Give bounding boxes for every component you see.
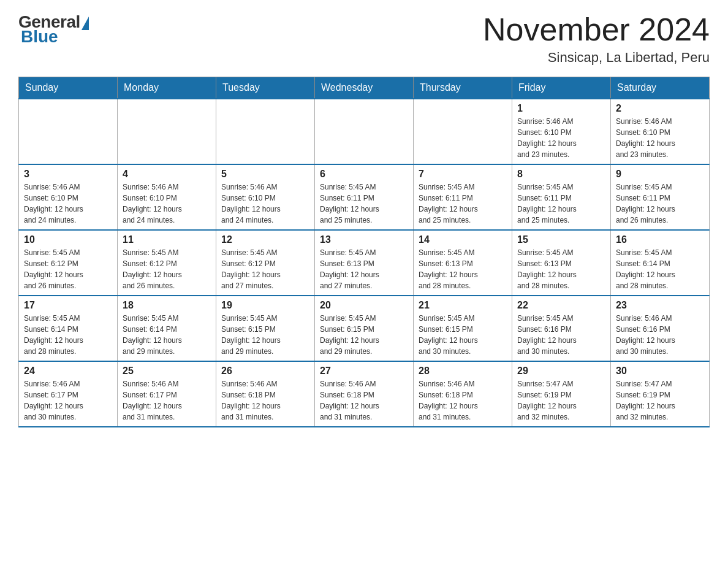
day-number: 21: [419, 300, 507, 311]
calendar-cell: [315, 99, 414, 164]
calendar-cell: 4Sunrise: 5:46 AM Sunset: 6:10 PM Daylig…: [118, 164, 216, 230]
day-number: 1: [517, 103, 605, 114]
calendar-cell: [216, 99, 315, 164]
calendar-cell: 20Sunrise: 5:45 AM Sunset: 6:15 PM Dayli…: [315, 296, 414, 361]
calendar-cell: 12Sunrise: 5:45 AM Sunset: 6:12 PM Dayli…: [216, 230, 315, 296]
day-info: Sunrise: 5:45 AM Sunset: 6:16 PM Dayligh…: [517, 313, 605, 357]
calendar-week-4: 17Sunrise: 5:45 AM Sunset: 6:14 PM Dayli…: [19, 296, 710, 361]
day-info: Sunrise: 5:46 AM Sunset: 6:10 PM Dayligh…: [616, 116, 704, 160]
day-number: 24: [24, 366, 112, 377]
calendar-cell: 1Sunrise: 5:46 AM Sunset: 6:10 PM Daylig…: [512, 99, 611, 164]
day-info: Sunrise: 5:45 AM Sunset: 6:11 PM Dayligh…: [320, 182, 408, 226]
day-info: Sunrise: 5:46 AM Sunset: 6:17 PM Dayligh…: [123, 378, 211, 423]
day-info: Sunrise: 5:47 AM Sunset: 6:19 PM Dayligh…: [616, 378, 704, 423]
logo-blue-text: Blue: [21, 27, 58, 47]
day-number: 20: [320, 300, 408, 311]
day-number: 23: [616, 300, 704, 311]
calendar-cell: 16Sunrise: 5:45 AM Sunset: 6:14 PM Dayli…: [611, 230, 710, 296]
calendar-cell: 5Sunrise: 5:46 AM Sunset: 6:10 PM Daylig…: [216, 164, 315, 230]
day-number: 18: [123, 300, 211, 311]
calendar-cell: [414, 99, 512, 164]
weekday-header-tuesday: Tuesday: [216, 77, 315, 99]
page-subtitle: Sinsicap, La Libertad, Peru: [483, 50, 710, 66]
day-info: Sunrise: 5:47 AM Sunset: 6:19 PM Dayligh…: [517, 378, 605, 423]
day-info: Sunrise: 5:46 AM Sunset: 6:10 PM Dayligh…: [24, 182, 112, 226]
calendar-cell: 21Sunrise: 5:45 AM Sunset: 6:15 PM Dayli…: [414, 296, 512, 361]
day-info: Sunrise: 5:46 AM Sunset: 6:10 PM Dayligh…: [221, 182, 309, 226]
day-info: Sunrise: 5:45 AM Sunset: 6:14 PM Dayligh…: [616, 247, 704, 291]
day-info: Sunrise: 5:45 AM Sunset: 6:11 PM Dayligh…: [419, 182, 507, 226]
weekday-header-friday: Friday: [512, 77, 611, 99]
calendar-cell: 24Sunrise: 5:46 AM Sunset: 6:17 PM Dayli…: [19, 361, 118, 427]
day-number: 15: [517, 234, 605, 245]
day-number: 10: [24, 234, 112, 245]
day-number: 12: [221, 234, 309, 245]
day-number: 25: [123, 366, 211, 377]
day-info: Sunrise: 5:45 AM Sunset: 6:12 PM Dayligh…: [24, 247, 112, 291]
calendar-cell: 19Sunrise: 5:45 AM Sunset: 6:15 PM Dayli…: [216, 296, 315, 361]
day-info: Sunrise: 5:45 AM Sunset: 6:15 PM Dayligh…: [320, 313, 408, 357]
calendar-week-1: 1Sunrise: 5:46 AM Sunset: 6:10 PM Daylig…: [19, 99, 710, 164]
calendar-cell: 22Sunrise: 5:45 AM Sunset: 6:16 PM Dayli…: [512, 296, 611, 361]
calendar-cell: 2Sunrise: 5:46 AM Sunset: 6:10 PM Daylig…: [611, 99, 710, 164]
logo: General Blue: [18, 12, 89, 47]
day-number: 13: [320, 234, 408, 245]
calendar-cell: 9Sunrise: 5:45 AM Sunset: 6:11 PM Daylig…: [611, 164, 710, 230]
day-number: 19: [221, 300, 309, 311]
calendar-week-5: 24Sunrise: 5:46 AM Sunset: 6:17 PM Dayli…: [19, 361, 710, 427]
calendar-cell: 18Sunrise: 5:45 AM Sunset: 6:14 PM Dayli…: [118, 296, 216, 361]
calendar-week-3: 10Sunrise: 5:45 AM Sunset: 6:12 PM Dayli…: [19, 230, 710, 296]
day-number: 9: [616, 169, 704, 180]
calendar-cell: 14Sunrise: 5:45 AM Sunset: 6:13 PM Dayli…: [414, 230, 512, 296]
calendar-cell: [19, 99, 118, 164]
weekday-header-monday: Monday: [118, 77, 216, 99]
day-info: Sunrise: 5:46 AM Sunset: 6:16 PM Dayligh…: [616, 313, 704, 357]
day-info: Sunrise: 5:46 AM Sunset: 6:10 PM Dayligh…: [123, 182, 211, 226]
day-info: Sunrise: 5:45 AM Sunset: 6:13 PM Dayligh…: [419, 247, 507, 291]
day-number: 29: [517, 366, 605, 377]
weekday-header-wednesday: Wednesday: [315, 77, 414, 99]
day-info: Sunrise: 5:45 AM Sunset: 6:15 PM Dayligh…: [221, 313, 309, 357]
calendar-cell: 6Sunrise: 5:45 AM Sunset: 6:11 PM Daylig…: [315, 164, 414, 230]
calendar-cell: 25Sunrise: 5:46 AM Sunset: 6:17 PM Dayli…: [118, 361, 216, 427]
calendar-cell: 8Sunrise: 5:45 AM Sunset: 6:11 PM Daylig…: [512, 164, 611, 230]
page-title: November 2024: [483, 12, 710, 47]
day-info: Sunrise: 5:45 AM Sunset: 6:14 PM Dayligh…: [123, 313, 211, 357]
day-info: Sunrise: 5:45 AM Sunset: 6:11 PM Dayligh…: [616, 182, 704, 226]
day-number: 26: [221, 366, 309, 377]
calendar-cell: 26Sunrise: 5:46 AM Sunset: 6:18 PM Dayli…: [216, 361, 315, 427]
calendar-week-2: 3Sunrise: 5:46 AM Sunset: 6:10 PM Daylig…: [19, 164, 710, 230]
calendar-cell: 17Sunrise: 5:45 AM Sunset: 6:14 PM Dayli…: [19, 296, 118, 361]
day-number: 28: [419, 366, 507, 377]
day-info: Sunrise: 5:46 AM Sunset: 6:18 PM Dayligh…: [320, 378, 408, 423]
day-info: Sunrise: 5:46 AM Sunset: 6:18 PM Dayligh…: [221, 378, 309, 423]
day-number: 4: [123, 169, 211, 180]
day-number: 11: [123, 234, 211, 245]
calendar-header-row: SundayMondayTuesdayWednesdayThursdayFrid…: [19, 77, 710, 99]
calendar-cell: 23Sunrise: 5:46 AM Sunset: 6:16 PM Dayli…: [611, 296, 710, 361]
calendar-cell: 28Sunrise: 5:46 AM Sunset: 6:18 PM Dayli…: [414, 361, 512, 427]
weekday-header-thursday: Thursday: [414, 77, 512, 99]
weekday-header-saturday: Saturday: [611, 77, 710, 99]
calendar-cell: 30Sunrise: 5:47 AM Sunset: 6:19 PM Dayli…: [611, 361, 710, 427]
day-number: 2: [616, 103, 704, 114]
calendar-table: SundayMondayTuesdayWednesdayThursdayFrid…: [18, 77, 710, 427]
calendar-cell: [118, 99, 216, 164]
day-number: 30: [616, 366, 704, 377]
calendar-cell: 29Sunrise: 5:47 AM Sunset: 6:19 PM Dayli…: [512, 361, 611, 427]
day-info: Sunrise: 5:45 AM Sunset: 6:15 PM Dayligh…: [419, 313, 507, 357]
weekday-header-sunday: Sunday: [19, 77, 118, 99]
day-info: Sunrise: 5:45 AM Sunset: 6:14 PM Dayligh…: [24, 313, 112, 357]
calendar-cell: 7Sunrise: 5:45 AM Sunset: 6:11 PM Daylig…: [414, 164, 512, 230]
calendar-cell: 27Sunrise: 5:46 AM Sunset: 6:18 PM Dayli…: [315, 361, 414, 427]
calendar-cell: 15Sunrise: 5:45 AM Sunset: 6:13 PM Dayli…: [512, 230, 611, 296]
day-number: 6: [320, 169, 408, 180]
day-number: 7: [419, 169, 507, 180]
day-info: Sunrise: 5:45 AM Sunset: 6:12 PM Dayligh…: [221, 247, 309, 291]
day-info: Sunrise: 5:45 AM Sunset: 6:11 PM Dayligh…: [517, 182, 605, 226]
calendar-cell: 13Sunrise: 5:45 AM Sunset: 6:13 PM Dayli…: [315, 230, 414, 296]
day-info: Sunrise: 5:45 AM Sunset: 6:13 PM Dayligh…: [320, 247, 408, 291]
page-header: General Blue November 2024 Sinsicap, La …: [18, 12, 710, 66]
day-info: Sunrise: 5:46 AM Sunset: 6:10 PM Dayligh…: [517, 116, 605, 160]
day-info: Sunrise: 5:45 AM Sunset: 6:12 PM Dayligh…: [123, 247, 211, 291]
